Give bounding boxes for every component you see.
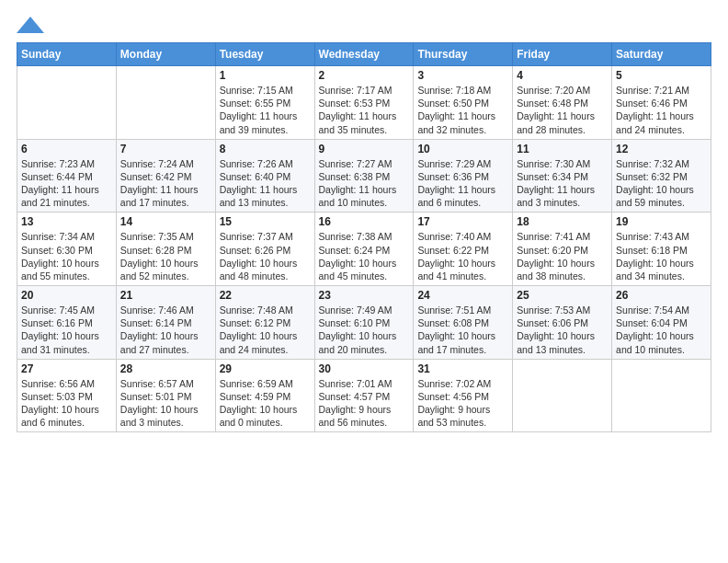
calendar-cell: 11Sunrise: 7:30 AM Sunset: 6:34 PM Dayli…: [513, 139, 612, 213]
day-info: Sunrise: 7:32 AM Sunset: 6:32 PM Dayligh…: [616, 157, 707, 210]
calendar-cell: [116, 66, 215, 140]
day-number: 21: [120, 289, 211, 302]
day-info: Sunrise: 7:34 AM Sunset: 6:30 PM Dayligh…: [21, 230, 112, 282]
weekday-header-friday: Friday: [513, 43, 612, 66]
day-number: 20: [21, 289, 112, 302]
svg-marker-0: [17, 17, 44, 33]
calendar-cell: 20Sunrise: 7:45 AM Sunset: 6:16 PM Dayli…: [17, 286, 117, 360]
day-number: 25: [517, 289, 608, 302]
calendar-cell: 12Sunrise: 7:32 AM Sunset: 6:32 PM Dayli…: [612, 139, 711, 213]
day-number: 5: [616, 69, 707, 82]
day-number: 1: [220, 69, 311, 82]
calendar-cell: 9Sunrise: 7:27 AM Sunset: 6:38 PM Daylig…: [314, 139, 414, 213]
calendar-cell: 4Sunrise: 7:20 AM Sunset: 6:48 PM Daylig…: [513, 66, 612, 140]
calendar-cell: 23Sunrise: 7:49 AM Sunset: 6:10 PM Dayli…: [314, 286, 414, 360]
day-number: 4: [517, 69, 608, 82]
day-info: Sunrise: 7:21 AM Sunset: 6:46 PM Dayligh…: [616, 84, 707, 136]
day-info: Sunrise: 7:46 AM Sunset: 6:14 PM Dayligh…: [120, 304, 211, 356]
page: SundayMondayTuesdayWednesdayThursdayFrid…: [0, 0, 728, 563]
day-info: Sunrise: 7:54 AM Sunset: 6:04 PM Dayligh…: [616, 304, 707, 356]
weekday-header-row: SundayMondayTuesdayWednesdayThursdayFrid…: [17, 43, 711, 66]
day-number: 3: [417, 69, 508, 82]
day-number: 22: [220, 289, 311, 302]
day-info: Sunrise: 7:35 AM Sunset: 6:28 PM Dayligh…: [120, 230, 211, 282]
day-number: 23: [319, 289, 410, 302]
calendar-cell: 18Sunrise: 7:41 AM Sunset: 6:20 PM Dayli…: [513, 213, 612, 286]
calendar-cell: [612, 359, 711, 432]
day-info: Sunrise: 7:02 AM Sunset: 4:56 PM Dayligh…: [417, 377, 508, 430]
day-info: Sunrise: 6:57 AM Sunset: 5:01 PM Dayligh…: [120, 377, 211, 430]
day-info: Sunrise: 7:26 AM Sunset: 6:40 PM Dayligh…: [220, 157, 311, 210]
day-info: Sunrise: 7:20 AM Sunset: 6:48 PM Dayligh…: [517, 84, 608, 136]
day-number: 9: [319, 143, 410, 155]
weekday-header-saturday: Saturday: [612, 43, 711, 66]
calendar-cell: 15Sunrise: 7:37 AM Sunset: 6:26 PM Dayli…: [215, 213, 314, 286]
calendar-week-3: 13Sunrise: 7:34 AM Sunset: 6:30 PM Dayli…: [17, 213, 711, 286]
day-number: 13: [21, 215, 112, 228]
day-number: 2: [319, 69, 410, 82]
day-info: Sunrise: 7:01 AM Sunset: 4:57 PM Dayligh…: [319, 377, 410, 430]
calendar-week-2: 6Sunrise: 7:23 AM Sunset: 6:44 PM Daylig…: [17, 139, 711, 213]
calendar-cell: 6Sunrise: 7:23 AM Sunset: 6:44 PM Daylig…: [17, 139, 117, 213]
day-info: Sunrise: 7:27 AM Sunset: 6:38 PM Dayligh…: [319, 157, 410, 210]
calendar-cell: 2Sunrise: 7:17 AM Sunset: 6:53 PM Daylig…: [314, 66, 414, 140]
calendar-cell: 24Sunrise: 7:51 AM Sunset: 6:08 PM Dayli…: [414, 286, 513, 360]
day-info: Sunrise: 7:43 AM Sunset: 6:18 PM Dayligh…: [616, 230, 707, 282]
calendar-cell: 31Sunrise: 7:02 AM Sunset: 4:56 PM Dayli…: [414, 359, 513, 432]
calendar-week-5: 27Sunrise: 6:56 AM Sunset: 5:03 PM Dayli…: [17, 359, 711, 432]
day-info: Sunrise: 7:51 AM Sunset: 6:08 PM Dayligh…: [417, 304, 508, 356]
calendar-cell: [513, 359, 612, 432]
weekday-header-wednesday: Wednesday: [314, 43, 414, 66]
day-number: 26: [616, 289, 707, 302]
calendar-cell: [17, 66, 117, 140]
day-info: Sunrise: 7:18 AM Sunset: 6:50 PM Dayligh…: [417, 84, 508, 136]
calendar-table: SundayMondayTuesdayWednesdayThursdayFrid…: [17, 42, 711, 432]
day-info: Sunrise: 7:41 AM Sunset: 6:20 PM Dayligh…: [517, 230, 608, 282]
calendar-cell: 7Sunrise: 7:24 AM Sunset: 6:42 PM Daylig…: [116, 139, 215, 213]
day-number: 28: [120, 362, 211, 375]
weekday-header-thursday: Thursday: [414, 43, 513, 66]
day-number: 14: [120, 215, 211, 228]
day-number: 6: [21, 143, 112, 155]
day-info: Sunrise: 7:37 AM Sunset: 6:26 PM Dayligh…: [220, 230, 311, 282]
calendar-cell: 8Sunrise: 7:26 AM Sunset: 6:40 PM Daylig…: [215, 139, 314, 213]
calendar-cell: 28Sunrise: 6:57 AM Sunset: 5:01 PM Dayli…: [116, 359, 215, 432]
calendar-cell: 25Sunrise: 7:53 AM Sunset: 6:06 PM Dayli…: [513, 286, 612, 360]
day-number: 19: [616, 215, 707, 228]
day-number: 8: [220, 143, 311, 155]
calendar-week-1: 1Sunrise: 7:15 AM Sunset: 6:55 PM Daylig…: [17, 66, 711, 140]
calendar-cell: 27Sunrise: 6:56 AM Sunset: 5:03 PM Dayli…: [17, 359, 117, 432]
weekday-header-monday: Monday: [116, 43, 215, 66]
day-number: 29: [220, 362, 311, 375]
calendar-cell: 16Sunrise: 7:38 AM Sunset: 6:24 PM Dayli…: [314, 213, 414, 286]
calendar-cell: 14Sunrise: 7:35 AM Sunset: 6:28 PM Dayli…: [116, 213, 215, 286]
calendar-cell: 13Sunrise: 7:34 AM Sunset: 6:30 PM Dayli…: [17, 213, 117, 286]
day-info: Sunrise: 7:49 AM Sunset: 6:10 PM Dayligh…: [319, 304, 410, 356]
header: [17, 17, 711, 33]
day-info: Sunrise: 7:23 AM Sunset: 6:44 PM Dayligh…: [21, 157, 112, 210]
day-info: Sunrise: 7:17 AM Sunset: 6:53 PM Dayligh…: [319, 84, 410, 136]
day-info: Sunrise: 7:15 AM Sunset: 6:55 PM Dayligh…: [220, 84, 311, 136]
day-number: 18: [517, 215, 608, 228]
calendar-cell: 3Sunrise: 7:18 AM Sunset: 6:50 PM Daylig…: [414, 66, 513, 140]
calendar-cell: 1Sunrise: 7:15 AM Sunset: 6:55 PM Daylig…: [215, 66, 314, 140]
day-number: 17: [417, 215, 508, 228]
calendar-cell: 21Sunrise: 7:46 AM Sunset: 6:14 PM Dayli…: [116, 286, 215, 360]
logo: [17, 17, 48, 33]
day-number: 11: [517, 143, 608, 155]
calendar-cell: 29Sunrise: 6:59 AM Sunset: 4:59 PM Dayli…: [215, 359, 314, 432]
day-number: 10: [417, 143, 508, 155]
day-info: Sunrise: 6:59 AM Sunset: 4:59 PM Dayligh…: [220, 377, 311, 430]
day-number: 15: [220, 215, 311, 228]
day-number: 24: [417, 289, 508, 302]
day-info: Sunrise: 7:24 AM Sunset: 6:42 PM Dayligh…: [120, 157, 211, 210]
day-info: Sunrise: 7:38 AM Sunset: 6:24 PM Dayligh…: [319, 230, 410, 282]
day-number: 16: [319, 215, 410, 228]
calendar-cell: 5Sunrise: 7:21 AM Sunset: 6:46 PM Daylig…: [612, 66, 711, 140]
day-number: 7: [120, 143, 211, 155]
day-number: 27: [21, 362, 112, 375]
day-info: Sunrise: 7:53 AM Sunset: 6:06 PM Dayligh…: [517, 304, 608, 356]
day-info: Sunrise: 7:48 AM Sunset: 6:12 PM Dayligh…: [220, 304, 311, 356]
calendar-cell: 22Sunrise: 7:48 AM Sunset: 6:12 PM Dayli…: [215, 286, 314, 360]
day-number: 31: [417, 362, 508, 375]
